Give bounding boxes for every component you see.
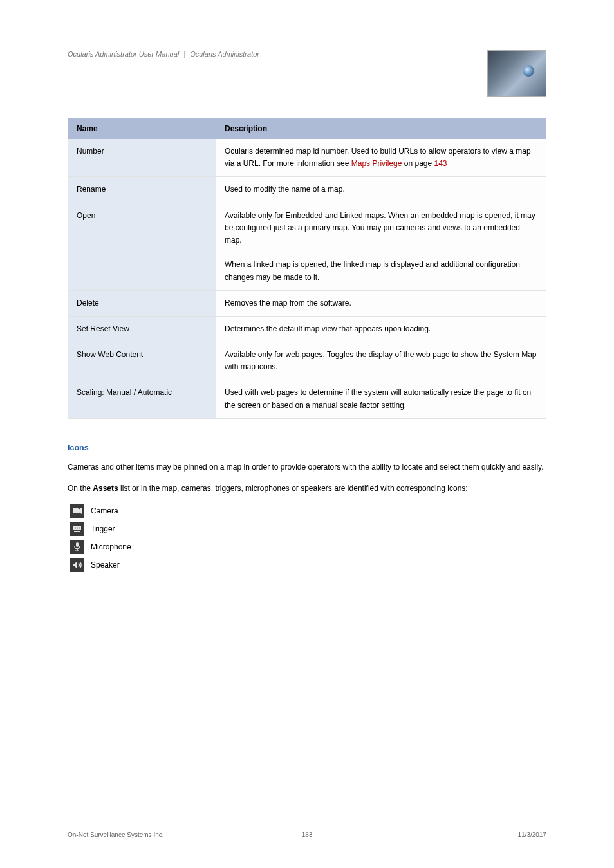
- table-row: Delete Removes the map from the software…: [68, 290, 546, 316]
- breadcrumb: Ocularis Administrator User Manual | Ocu…: [68, 50, 259, 58]
- row-name: Delete: [68, 290, 216, 316]
- brand-logo: [487, 50, 546, 97]
- table-row: Number Ocularis determined map id number…: [68, 139, 546, 177]
- breadcrumb-part-0: Ocularis Administrator User Manual: [68, 50, 179, 58]
- footer-page-number: 183: [302, 831, 313, 838]
- table-header-name: Name: [68, 118, 216, 139]
- speaker-icon: [70, 558, 84, 572]
- table-row: Rename Used to modify the name of a map.: [68, 177, 546, 203]
- svg-point-5: [79, 528, 80, 529]
- icon-label: Microphone: [91, 541, 131, 553]
- icon-list: Camera Trigger Microphone Speaker: [70, 504, 546, 572]
- map-context-menu-table: Name Description Number Ocularis determi…: [68, 118, 546, 419]
- row-name: Set Reset View: [68, 316, 216, 342]
- table-row: Show Web Content Available only for web …: [68, 342, 546, 380]
- icon-label: Trigger: [91, 523, 115, 535]
- microphone-icon: [70, 540, 84, 554]
- breadcrumb-part-1: Ocularis Administrator: [190, 50, 259, 58]
- row-desc: Available only for Embedded and Linked m…: [216, 203, 546, 290]
- camera-icon: [70, 504, 84, 518]
- table-header-description: Description: [216, 118, 546, 139]
- row-name: Rename: [68, 177, 216, 203]
- row-desc: Determines the default map view that app…: [216, 316, 546, 342]
- row-desc: Used with web pages to determine if the …: [216, 380, 546, 418]
- footer-company: On-Net Surveillance Systems Inc.: [68, 831, 164, 838]
- svg-point-4: [77, 528, 78, 529]
- row-desc: Available only for web pages. Toggles th…: [216, 342, 546, 380]
- svg-rect-6: [76, 542, 79, 547]
- body-paragraph: Cameras and other items may be pinned on…: [68, 461, 546, 474]
- trigger-icon: [70, 522, 84, 536]
- svg-rect-0: [73, 508, 79, 513]
- row-name: Show Web Content: [68, 342, 216, 380]
- body-paragraph: On the Assets list or in the map, camera…: [68, 483, 546, 495]
- breadcrumb-sep: |: [183, 50, 185, 58]
- row-desc: Used to modify the name of a map.: [216, 177, 546, 203]
- section-heading-icons: Icons: [68, 443, 546, 452]
- icon-row-speaker: Speaker: [70, 558, 546, 572]
- table-row: Scaling: Manual / Automatic Used with we…: [68, 380, 546, 418]
- icon-row-camera: Camera: [70, 504, 546, 518]
- icon-row-microphone: Microphone: [70, 540, 546, 554]
- footer-date: 11/3/2017: [518, 831, 547, 838]
- row-name: Open: [68, 203, 216, 290]
- row-desc: Ocularis determined map id number. Used …: [216, 139, 546, 177]
- icon-label: Speaker: [91, 559, 120, 571]
- svg-rect-8: [75, 551, 79, 552]
- row-name: Scaling: Manual / Automatic: [68, 380, 216, 418]
- svg-point-3: [75, 528, 76, 529]
- page-footer: On-Net Surveillance Systems Inc. 183 11/…: [68, 831, 546, 838]
- icon-label: Camera: [91, 505, 118, 517]
- icon-row-trigger: Trigger: [70, 522, 546, 536]
- row-name: Number: [68, 139, 216, 177]
- table-row: Open Available only for Embedded and Lin…: [68, 203, 546, 290]
- svg-rect-2: [74, 531, 80, 532]
- row-desc: Removes the map from the software.: [216, 290, 546, 316]
- table-row: Set Reset View Determines the default ma…: [68, 316, 546, 342]
